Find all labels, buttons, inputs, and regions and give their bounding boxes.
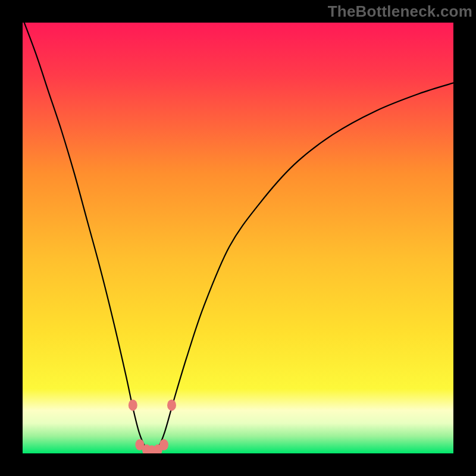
bottleneck-chart [23,23,453,453]
chart-frame: TheBottleneck.com [0,0,476,476]
gradient-background [23,23,453,453]
watermark-text: TheBottleneck.com [328,2,472,21]
curve-marker [129,399,137,411]
curve-marker [167,399,176,411]
curve-marker [159,439,168,450]
